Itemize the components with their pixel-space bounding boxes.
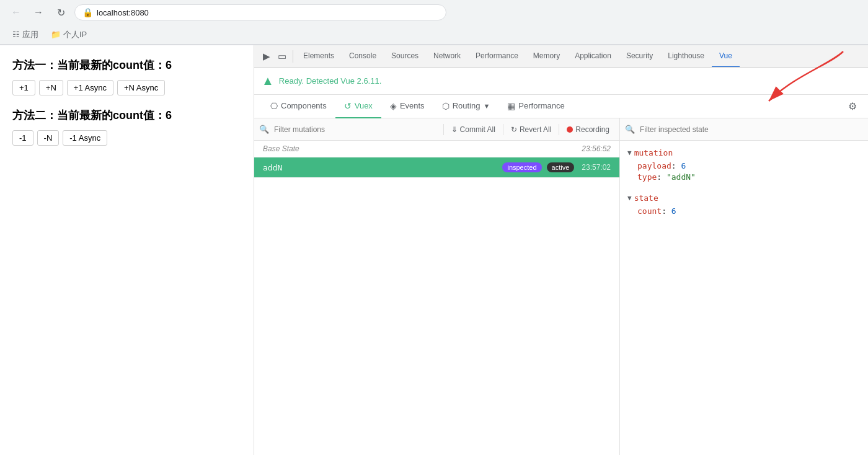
tab-memory[interactable]: Memory bbox=[526, 45, 567, 68]
bookmark-label: 个人IP bbox=[63, 29, 87, 40]
tab-console[interactable]: Console bbox=[342, 45, 384, 68]
btn-plus1[interactable]: +1 bbox=[12, 80, 35, 95]
btn-minusN[interactable]: -N bbox=[37, 130, 60, 146]
mutation-toggle[interactable]: ▼ bbox=[627, 149, 632, 157]
revert-all-icon: ↻ bbox=[511, 125, 517, 134]
toolbar-sep-2 bbox=[503, 124, 503, 135]
routing-icon: ⬡ bbox=[442, 101, 450, 111]
vue-tab-performance[interactable]: ▦ Performance bbox=[498, 95, 573, 118]
toolbar-sep-3 bbox=[559, 124, 559, 135]
vue-tab-vuex[interactable]: ↺ Vuex bbox=[335, 95, 381, 118]
mutation-section-header: ▼ mutation bbox=[627, 148, 861, 157]
vue-tabs: ⎔ Components ↺ Vuex ◈ Events ⬡ Routing bbox=[254, 95, 868, 118]
filter-mutations-input[interactable] bbox=[272, 123, 441, 136]
lock-icon: 🔒 bbox=[82, 7, 93, 17]
count-value: 6 bbox=[671, 206, 676, 216]
device-toolbar-button[interactable]: ▭ bbox=[274, 48, 290, 64]
filter-state-input[interactable] bbox=[637, 123, 863, 136]
forward-button[interactable]: → bbox=[30, 4, 47, 21]
state-section-name: state bbox=[634, 193, 658, 203]
toolbar-sep-1 bbox=[443, 124, 444, 135]
mutations-panel: 🔍 ⇓ Commit All ↻ Revert All bbox=[254, 118, 620, 455]
count-key: count bbox=[637, 206, 662, 216]
method1-buttons: +1 +N +1 Async +N Async bbox=[12, 80, 241, 95]
state-section-header: ▼ state bbox=[627, 193, 861, 203]
payload-key: payload bbox=[637, 161, 671, 170]
bookmark-personal-ip[interactable]: 📁 个人IP bbox=[46, 28, 92, 42]
vue-ready-text: Ready. Detected Vue 2.6.11. bbox=[279, 76, 382, 86]
payload-line: payload: 6 bbox=[627, 161, 861, 170]
vue-content: 🔍 ⇓ Commit All ↻ Revert All bbox=[254, 118, 868, 455]
filter-search-icon: 🔍 bbox=[259, 125, 269, 134]
vue-header: ▲ Ready. Detected Vue 2.6.11. bbox=[254, 68, 868, 95]
devtools-panel: ▶ ▭ Elements Console Sources Network Per… bbox=[254, 45, 868, 455]
btn-plusN[interactable]: +N bbox=[39, 80, 63, 95]
apps-grid-icon: ☷ bbox=[12, 30, 20, 39]
state-panel: 🔍 ▼ mutation payload: 6 bbox=[620, 118, 868, 455]
components-icon: ⎔ bbox=[270, 101, 278, 111]
type-key: type bbox=[637, 172, 657, 182]
btn-plusN-async[interactable]: +N Async bbox=[117, 80, 165, 95]
state-content: ▼ mutation payload: 6 type: "addN" bbox=[620, 141, 868, 455]
vue-tab-routing[interactable]: ⬡ Routing ▼ bbox=[433, 95, 499, 118]
method2-title: 方法二：当前最新的count值：6 bbox=[12, 108, 241, 123]
recording-button[interactable]: Recording bbox=[562, 123, 614, 136]
btn-plus1-async[interactable]: +1 Async bbox=[67, 80, 113, 95]
mutations-list: Base State 23:56:52 addN inspected activ… bbox=[254, 141, 619, 455]
payload-value: 6 bbox=[681, 161, 686, 170]
state-toolbar: 🔍 bbox=[620, 118, 868, 141]
vue-tab-events[interactable]: ◈ Events bbox=[381, 95, 433, 118]
tab-vue[interactable]: Vue bbox=[712, 45, 740, 68]
base-state-label: Base State bbox=[263, 144, 299, 153]
type-line: type: "addN" bbox=[627, 172, 861, 182]
count-line: count: 6 bbox=[627, 206, 861, 216]
revert-all-button[interactable]: ↻ Revert All bbox=[506, 123, 556, 136]
method2-buttons: -1 -N -1 Async bbox=[12, 130, 241, 146]
vue-settings-button[interactable]: ⚙ bbox=[844, 98, 861, 115]
vue-tab-components[interactable]: ⎔ Components bbox=[262, 95, 335, 118]
btn-minus1[interactable]: -1 bbox=[12, 130, 33, 146]
bookmarks-bar: ☷ 应用 📁 个人IP bbox=[0, 25, 868, 45]
tab-network[interactable]: Network bbox=[426, 45, 468, 68]
performance-bar-icon: ▦ bbox=[507, 101, 515, 111]
tab-sources[interactable]: Sources bbox=[384, 45, 426, 68]
back-button[interactable]: ← bbox=[7, 4, 25, 21]
browser-toolbar: ← → ↻ 🔒 localhost:8080 bbox=[0, 0, 868, 25]
mutation-row-addN[interactable]: addN inspected active 23:57:02 bbox=[254, 157, 619, 178]
commit-all-button[interactable]: ⇓ Commit All bbox=[446, 123, 500, 136]
method1-title: 方法一：当前最新的count值：6 bbox=[12, 58, 241, 73]
badge-inspected: inspected bbox=[502, 162, 541, 172]
inspect-element-button[interactable]: ▶ bbox=[259, 48, 274, 64]
state-search-icon: 🔍 bbox=[625, 125, 635, 134]
devtools-nav: ▶ ▭ Elements Console Sources Network Per… bbox=[254, 45, 868, 68]
address-bar[interactable]: 🔒 localhost:8080 bbox=[74, 4, 446, 20]
tab-elements[interactable]: Elements bbox=[296, 45, 342, 68]
mutation-section-name: mutation bbox=[634, 148, 673, 157]
vuex-icon: ↺ bbox=[344, 101, 352, 111]
mutation-time: 23:57:02 bbox=[582, 163, 611, 172]
tab-lighthouse[interactable]: Lighthouse bbox=[660, 45, 712, 68]
mutations-toolbar: 🔍 ⇓ Commit All ↻ Revert All bbox=[254, 118, 619, 141]
tab-application[interactable]: Application bbox=[567, 45, 619, 68]
apps-label: 应用 bbox=[22, 29, 38, 40]
tab-performance[interactable]: Performance bbox=[468, 45, 526, 68]
btn-minus1-async[interactable]: -1 Async bbox=[63, 130, 107, 146]
state-toggle[interactable]: ▼ bbox=[627, 194, 632, 202]
base-state-time: 23:56:52 bbox=[582, 144, 611, 153]
section-divider bbox=[627, 183, 861, 191]
badge-active: active bbox=[547, 162, 575, 172]
commit-all-icon: ⇓ bbox=[451, 125, 458, 134]
type-value: "addN" bbox=[666, 172, 696, 182]
vue-logo: ▲ bbox=[262, 74, 274, 88]
base-state-row[interactable]: Base State 23:56:52 bbox=[254, 141, 619, 157]
nav-separator bbox=[293, 50, 293, 63]
tab-security[interactable]: Security bbox=[619, 45, 660, 68]
routing-dropdown-icon: ▼ bbox=[483, 102, 490, 110]
mutation-name: addN bbox=[263, 163, 497, 172]
url-text: localhost:8080 bbox=[97, 8, 149, 17]
folder-icon: 📁 bbox=[51, 30, 61, 39]
main-layout: 方法一：当前最新的count值：6 +1 +N +1 Async +N Asyn… bbox=[0, 45, 868, 455]
reload-button[interactable]: ↻ bbox=[52, 4, 69, 21]
vue-devtools: ▲ Ready. Detected Vue 2.6.11. ⎔ Componen… bbox=[254, 68, 868, 455]
apps-button[interactable]: ☷ 应用 bbox=[7, 28, 43, 42]
